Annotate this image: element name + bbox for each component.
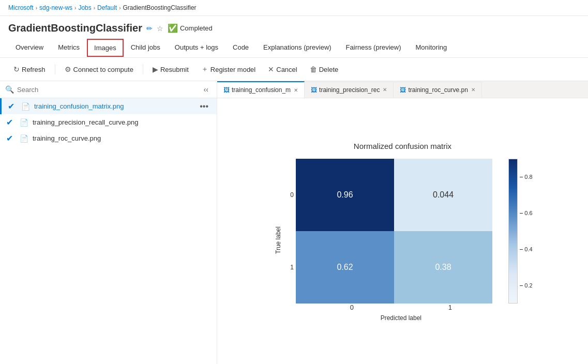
- tab-fairness[interactable]: Fairness (preview): [339, 38, 409, 57]
- matrix-cell-01: 0.044: [394, 159, 492, 231]
- image-tab-0[interactable]: 🖼 training_confusion_m ✕: [217, 81, 305, 98]
- bc-sep-3: ›: [94, 5, 95, 11]
- cancel-label: Cancel: [276, 66, 297, 73]
- check-icon-0: ✔: [8, 101, 17, 111]
- matrix-cell-00: 0.96: [296, 159, 394, 231]
- file-name-2: training_roc_curve.png: [33, 134, 210, 142]
- bc-sep-2: ›: [74, 5, 76, 11]
- image-tab-icon-1: 🖼: [311, 86, 317, 94]
- toolbar-sep-1: [55, 64, 55, 74]
- refresh-button[interactable]: ↻ Refresh: [8, 63, 51, 76]
- row-label-0: 0: [290, 159, 294, 231]
- breadcrumb-workspace[interactable]: sdg-new-ws: [39, 4, 72, 11]
- image-tab-icon-0: 🖼: [223, 86, 230, 94]
- scale-tick-0.8: 0.8: [520, 174, 532, 180]
- y-axis-label: True label: [273, 159, 284, 322]
- delete-icon: 🗑: [310, 65, 317, 73]
- resubmit-icon: ▶: [153, 65, 158, 73]
- cancel-button[interactable]: ✕ Cancel: [263, 63, 302, 76]
- star-icon[interactable]: ☆: [157, 24, 163, 33]
- file-item-1[interactable]: ✔ 📄 training_precision_recall_curve.png: [0, 114, 217, 130]
- tab-explanations[interactable]: Explanations (preview): [256, 38, 339, 57]
- connect-icon: ⚙: [65, 65, 71, 73]
- breadcrumb-jobs[interactable]: Jobs: [78, 4, 91, 11]
- right-panel: 🖼 training_confusion_m ✕ 🖼 training_prec…: [217, 81, 588, 364]
- image-tab-close-1[interactable]: ✕: [383, 87, 387, 93]
- connect-to-compute-button[interactable]: ⚙ Connect to compute: [59, 63, 139, 76]
- matrix-row-1: 0.62 0.38: [296, 231, 492, 304]
- refresh-icon: ↻: [13, 65, 20, 73]
- tab-outputs-logs[interactable]: Outputs + logs: [168, 38, 225, 57]
- scale-ticks: 0.8 0.6 0.4: [520, 159, 532, 304]
- tab-images[interactable]: Images: [87, 39, 124, 57]
- search-input[interactable]: [17, 86, 198, 94]
- tick-line-2: [520, 249, 523, 250]
- tab-child-jobs[interactable]: Child jobs: [124, 38, 168, 57]
- status-text: Completed: [180, 24, 213, 32]
- register-icon: ＋: [201, 65, 208, 74]
- delete-label: Delete: [319, 66, 339, 73]
- cell-value-10: 0.62: [337, 263, 353, 272]
- scale-tick-0.6: 0.6: [520, 210, 532, 216]
- tick-line-3: [520, 285, 523, 286]
- image-tab-2[interactable]: 🖼 training_roc_curve.pn ✕: [394, 82, 481, 98]
- image-tabs: 🖼 training_confusion_m ✕ 🖼 training_prec…: [217, 81, 588, 98]
- register-label: Register model: [210, 66, 255, 73]
- search-icon: 🔍: [5, 85, 14, 94]
- cell-value-01: 0.044: [433, 190, 454, 200]
- image-tab-close-2[interactable]: ✕: [471, 87, 475, 93]
- resubmit-button[interactable]: ▶ Resubmit: [147, 63, 194, 76]
- register-model-button[interactable]: ＋ Register model: [196, 62, 261, 77]
- scale-tick-0.2: 0.2: [520, 282, 532, 289]
- file-icon-0: 📄: [21, 102, 30, 111]
- breadcrumb-default[interactable]: Default: [97, 4, 117, 11]
- status-check-icon: ✅: [168, 23, 178, 33]
- matrix-row-0: 0.96 0.044: [296, 159, 492, 231]
- bc-sep-1: ›: [36, 5, 37, 11]
- file-item-2[interactable]: ✔ 📄 training_roc_curve.png: [0, 130, 217, 146]
- breadcrumb-microsoft[interactable]: Microsoft: [8, 4, 34, 11]
- delete-button[interactable]: 🗑 Delete: [305, 63, 344, 76]
- search-bar: 🔍 ‹‹: [0, 81, 217, 98]
- resubmit-label: Resubmit: [160, 66, 189, 73]
- x-label-0: 0: [303, 304, 401, 311]
- chart-title: Normalized confusion matrix: [273, 142, 532, 150]
- chart-container: Normalized confusion matrix True label 0…: [273, 142, 532, 322]
- breadcrumb: Microsoft › sdg-new-ws › Jobs › Default …: [0, 0, 588, 16]
- breadcrumb-current: GradientBoostingClassifier: [123, 4, 196, 11]
- check-icon-1: ✔: [6, 117, 16, 127]
- x-label-1: 1: [401, 304, 499, 311]
- tab-monitoring[interactable]: Monitoring: [409, 38, 455, 57]
- image-tab-1[interactable]: 🖼 training_precision_rec ✕: [305, 82, 394, 98]
- connect-label: Connect to compute: [73, 66, 133, 73]
- chart-area: Normalized confusion matrix True label 0…: [217, 98, 588, 364]
- scale-tick-0.4: 0.4: [520, 246, 532, 252]
- color-scale-bar: 0.8 0.6 0.4: [508, 159, 532, 322]
- tick-label-1: 0.6: [524, 210, 532, 216]
- page-header: GradientBoostingClassifier ✏ ☆ ✅ Complet…: [0, 16, 588, 38]
- file-name-0[interactable]: training_confusion_matrix.png: [34, 102, 193, 110]
- tick-label-2: 0.4: [524, 246, 532, 252]
- image-tab-label-0: training_confusion_m: [232, 86, 291, 94]
- toolbar: ↻ Refresh ⚙ Connect to compute ▶ Resubmi…: [0, 58, 588, 81]
- more-options-button-0[interactable]: •••: [198, 102, 210, 111]
- status-badge: ✅ Completed: [168, 23, 213, 33]
- refresh-label: Refresh: [22, 66, 46, 73]
- tick-label-3: 0.2: [524, 282, 532, 289]
- edit-icon[interactable]: ✏: [146, 24, 153, 33]
- image-tab-close-0[interactable]: ✕: [294, 87, 298, 93]
- tab-bar: Overview Metrics Images Child jobs Outpu…: [0, 38, 588, 58]
- toolbar-sep-2: [143, 64, 143, 74]
- file-list: ✔ 📄 training_confusion_matrix.png ••• ✔ …: [0, 98, 217, 364]
- tab-overview[interactable]: Overview: [8, 38, 51, 57]
- file-item-0[interactable]: ✔ 📄 training_confusion_matrix.png •••: [0, 98, 217, 114]
- tab-code[interactable]: Code: [225, 38, 256, 57]
- page-title: GradientBoostingClassifier: [8, 22, 142, 34]
- collapse-panel-button[interactable]: ‹‹: [201, 84, 212, 95]
- cell-value-11: 0.38: [435, 263, 451, 272]
- tab-metrics[interactable]: Metrics: [51, 38, 87, 57]
- row-labels: 0 1: [290, 159, 296, 304]
- image-tab-icon-2: 🖼: [400, 86, 406, 94]
- image-tab-label-2: training_roc_curve.pn: [408, 86, 468, 94]
- left-panel: 🔍 ‹‹ ✔ 📄 training_confusion_matrix.png •…: [0, 81, 217, 364]
